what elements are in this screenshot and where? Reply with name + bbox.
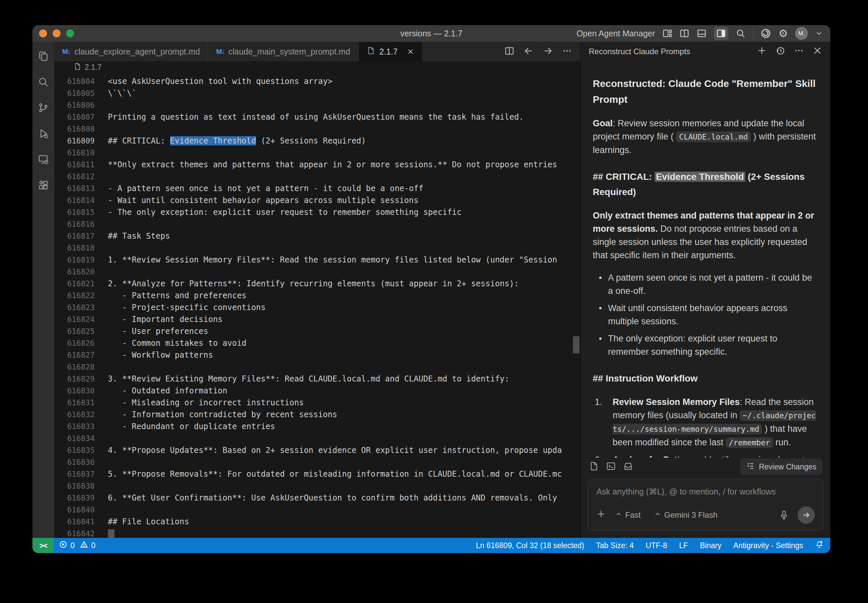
app-window: versions — 2.1.7 Open Agent Manager ⚙ (33, 25, 830, 553)
editor-line[interactable]: 616842 (54, 527, 581, 538)
line-text: 6. **Get User Confirmation**: Use AskUse… (108, 492, 557, 504)
mode-selector[interactable]: Fast (611, 510, 645, 520)
status-item[interactable]: Tab Size: 4 (596, 541, 634, 550)
editor-line[interactable]: 616834 (54, 432, 581, 444)
editor-line[interactable]: 616815- The only exception: explicit use… (54, 206, 581, 218)
doc-icon[interactable] (589, 461, 599, 472)
split-editor-icon[interactable] (504, 46, 515, 57)
editor-line[interactable]: 616804<use AskUserQuestion tool with que… (54, 76, 581, 87)
status-item[interactable]: Ln 616809, Col 32 (18 selected) (476, 541, 584, 550)
add-context-icon[interactable] (597, 509, 606, 521)
panel-more-icon[interactable] (794, 46, 804, 57)
tab-2-1-7[interactable]: 2.1.7 (358, 42, 423, 61)
editor-line[interactable]: 6168191. **Review Session Memory Files**… (54, 254, 581, 266)
editor-line[interactable]: 6168396. **Get User Confirmation**: Use … (54, 492, 581, 504)
editor-line[interactable]: 616808 (54, 123, 581, 135)
explorer-icon[interactable] (38, 51, 49, 63)
editor-line[interactable]: 616826 - Common mistakes to avoid (54, 337, 581, 349)
line-number: 616807 (54, 111, 104, 123)
editor-line[interactable]: 616811**Only extract themes and patterns… (54, 159, 581, 171)
editor-line[interactable]: 616807Printing a question as text instea… (54, 111, 581, 123)
line-number: 616842 (54, 527, 104, 538)
navigate-forward-icon[interactable] (543, 46, 553, 57)
chevron-up-icon (654, 510, 661, 520)
search-sidebar-icon[interactable] (38, 76, 49, 89)
editor-line[interactable]: 616805\`\`\` (54, 87, 581, 99)
extensions-icon[interactable] (38, 179, 49, 192)
microphone-icon[interactable] (779, 510, 789, 520)
editor-line[interactable]: 616822 - Patterns and preferences (54, 289, 581, 302)
editor-group: M↓ claude_explore_agent_prompt.md M↓ cla… (54, 42, 581, 538)
editor-line[interactable]: 616830 - Outdated information (54, 385, 581, 397)
remote-indicator[interactable]: >< (33, 538, 54, 553)
status-item[interactable]: Binary (700, 541, 721, 550)
panel-close-icon[interactable] (812, 46, 822, 57)
search-icon[interactable] (736, 28, 746, 39)
toggle-panel-icon[interactable] (697, 28, 707, 39)
editor-line[interactable]: 616833 - Redundant or duplicate entries (54, 421, 581, 432)
editor-line[interactable]: 616832 - Information contradicted by rec… (54, 409, 581, 421)
editor-line[interactable]: 616838 (54, 480, 581, 492)
editor-line[interactable]: 616836 (54, 456, 581, 468)
editor-scrollbar-thumb[interactable] (573, 336, 580, 353)
split-columns-icon[interactable] (679, 28, 690, 39)
terminal-icon[interactable] (606, 461, 616, 472)
toggle-secondary-sidebar-icon[interactable] (714, 27, 728, 40)
inbox-icon[interactable] (623, 461, 633, 472)
editor-line[interactable]: 616810 (54, 147, 581, 159)
problems-indicator[interactable]: 0 0 (54, 540, 96, 551)
window-zoom-button[interactable] (66, 29, 74, 37)
window-minimize-button[interactable] (53, 29, 60, 37)
tab-claude-main-system-prompt[interactable]: M↓ claude_main_system_prompt.md (208, 42, 358, 61)
errors-icon (59, 540, 67, 551)
editor-line[interactable]: 616816 (54, 218, 581, 230)
editor-line[interactable]: 616828 (54, 361, 581, 373)
run-debug-icon[interactable] (38, 128, 49, 141)
editor-line[interactable]: 616806 (54, 99, 581, 111)
editor-line[interactable]: 616814- Wait until consistent behavior a… (54, 194, 581, 206)
editor-line[interactable]: 616831 - Misleading or incorrect instruc… (54, 397, 581, 409)
editor-line[interactable]: 6168375. **Propose Removals**: For outda… (54, 468, 581, 480)
source-control-icon[interactable] (38, 102, 49, 115)
model-selector[interactable]: Gemini 3 Flash (650, 510, 721, 520)
tab-close-icon[interactable] (406, 48, 414, 56)
review-changes-button[interactable]: Review Changes (740, 459, 822, 475)
more-actions-icon[interactable] (562, 46, 572, 57)
editor-line[interactable]: 616825 - User preferences (54, 325, 581, 337)
open-agent-manager-button[interactable]: Open Agent Manager (577, 29, 655, 39)
editor-line[interactable]: 616818 (54, 242, 581, 254)
tab-claude-explore-agent-prompt[interactable]: M↓ claude_explore_agent_prompt.md (54, 42, 208, 61)
settings-gear-icon[interactable]: ⚙ (778, 28, 788, 39)
send-button[interactable] (798, 506, 815, 524)
editor-line[interactable]: 616824 - Important decisions (54, 314, 581, 325)
editor-line[interactable]: 616812 (54, 171, 581, 182)
new-conversation-icon[interactable] (757, 46, 767, 57)
editor-line[interactable]: 616823 - Project-specific conventions (54, 302, 581, 314)
avatar[interactable]: M. (795, 27, 808, 40)
editor-line[interactable]: 6168212. **Analyze for Patterns**: Ident… (54, 278, 581, 289)
customize-layout-icon[interactable] (662, 28, 672, 39)
editor-line[interactable]: 616827 - Workflow patterns (54, 349, 581, 361)
editor-line[interactable]: 6168354. **Propose Updates**: Based on 2… (54, 444, 581, 456)
list-item: 1.Review Session Memory Files: Read the … (593, 395, 818, 449)
navigate-back-icon[interactable] (524, 46, 533, 57)
status-item[interactable]: UTF-8 (646, 541, 667, 550)
editor-line[interactable]: 616817## Task Steps (54, 230, 581, 242)
chat-input-box[interactable]: Ask anything (⌘L), @ to mention, / for w… (587, 479, 824, 530)
editor-line[interactable]: 616813- A pattern seen once is not yet a… (54, 182, 581, 194)
editor-line[interactable]: 616809## CRITICAL: Evidence Threshold (2… (54, 135, 581, 147)
notifications-bell-icon[interactable] (815, 540, 824, 551)
history-icon[interactable] (775, 46, 785, 57)
editor-line[interactable]: 616840 (54, 504, 581, 516)
editor-line[interactable]: 616820 (54, 266, 581, 278)
breadcrumb[interactable]: 2.1.7 (54, 61, 581, 73)
editor[interactable]: 616804<use AskUserQuestion tool with que… (54, 73, 581, 538)
antigravity-logo-icon[interactable] (761, 28, 771, 39)
window-close-button[interactable] (39, 29, 47, 37)
editor-line[interactable]: 616841## File Locations (54, 516, 581, 527)
chevron-down-icon[interactable] (815, 29, 823, 37)
remote-explorer-icon[interactable] (38, 154, 49, 166)
editor-line[interactable]: 6168293. **Review Existing Memory Files*… (54, 373, 581, 385)
status-item[interactable]: Antigravity - Settings (733, 541, 803, 550)
status-item[interactable]: LF (679, 541, 688, 550)
